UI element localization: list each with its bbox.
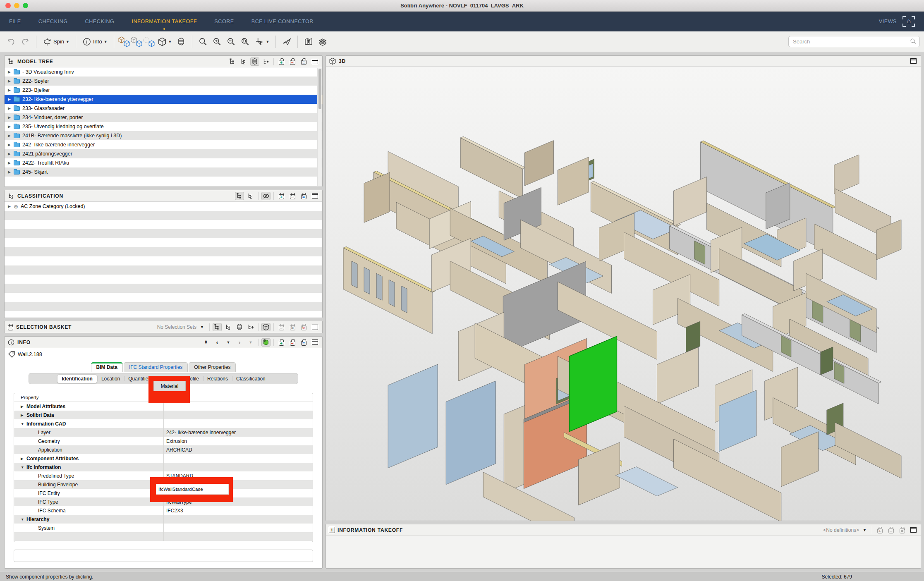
- zoom-out-button[interactable]: [224, 36, 238, 48]
- expand-caret-icon[interactable]: ▶: [8, 204, 13, 208]
- menu-item-checking[interactable]: CHECKING: [85, 19, 115, 24]
- table-row[interactable]: ▼Ifc Information: [14, 463, 313, 471]
- info-basket-add-button[interactable]: +: [277, 338, 286, 347]
- viewer-3d-canvas[interactable]: [326, 67, 921, 521]
- classification-menu-button[interactable]: [310, 192, 319, 200]
- table-row[interactable]: GeometryExtrusion: [14, 437, 313, 445]
- info-forward-history-button[interactable]: ▼: [246, 338, 255, 347]
- classification-basket-set-button[interactable]: =: [299, 192, 308, 200]
- classification-item[interactable]: ▶⊛AC Zone Category (Locked): [5, 202, 322, 211]
- tree-item[interactable]: ▶233- Glassfasader: [5, 104, 322, 113]
- tree-flat-button[interactable]: [239, 57, 248, 66]
- map-view-button[interactable]: [302, 36, 316, 48]
- table-row[interactable]: ▶Solibri Data: [14, 411, 313, 419]
- tree-item[interactable]: ▶235- Utvendig kledning og overflate: [5, 122, 322, 131]
- tree-hierarchy-button[interactable]: [228, 57, 237, 66]
- table-row[interactable]: [14, 532, 313, 541]
- expand-caret-icon[interactable]: ▶: [8, 161, 13, 165]
- subtab-identification[interactable]: Identification: [57, 374, 97, 383]
- basket-show-button[interactable]: [261, 323, 270, 331]
- zoom-fit-button[interactable]: [196, 36, 210, 48]
- selection-sets-dropdown[interactable]: No Selection Sets: [157, 324, 196, 330]
- table-row[interactable]: ▶Model Attributes: [14, 402, 313, 411]
- search-icon[interactable]: [910, 38, 917, 45]
- table-row[interactable]: System: [14, 524, 313, 532]
- basket-tree-button[interactable]: [213, 323, 222, 331]
- expand-caret-icon[interactable]: ▶: [8, 79, 13, 83]
- table-row[interactable]: ApplicationARCHICAD: [14, 445, 313, 454]
- basket-layers-button[interactable]: [235, 323, 244, 331]
- info-back-button[interactable]: ‹: [213, 338, 222, 347]
- menu-item-bcf-live-connector[interactable]: BCF LIVE CONNECTOR: [251, 19, 314, 24]
- classification-basket-remove-button[interactable]: −: [288, 192, 297, 200]
- takeoff-definitions-caret[interactable]: ▼: [863, 528, 867, 532]
- basket-remove-disabled-button[interactable]: −: [277, 323, 286, 331]
- info-basket-remove-button[interactable]: −: [288, 338, 297, 347]
- basket-delete-button[interactable]: ✕: [299, 323, 308, 331]
- info-basket-set-button[interactable]: =: [299, 338, 308, 347]
- info-dropdown-caret[interactable]: ▼: [104, 40, 108, 44]
- expand-caret-icon[interactable]: ▶: [8, 106, 13, 110]
- floor-levels-button[interactable]: [316, 36, 330, 48]
- row-caret-icon[interactable]: ▶: [21, 457, 26, 461]
- classification-basket-add-button[interactable]: +: [277, 192, 286, 200]
- basket-clear-disabled-button[interactable]: =: [288, 323, 297, 331]
- menu-item-score[interactable]: SCORE: [214, 19, 234, 24]
- spin-tool-button[interactable]: Spin ▼: [40, 36, 72, 48]
- annotated-material-tab[interactable]: Material: [153, 381, 186, 391]
- subtab-classification[interactable]: Classification: [232, 375, 270, 383]
- table-row[interactable]: ▼Information CAD: [14, 419, 313, 428]
- info-pick-button[interactable]: [261, 338, 270, 347]
- info-history-button[interactable]: ▼: [224, 338, 233, 347]
- menu-item-information-takeoff[interactable]: INFORMATION TAKEOFF: [132, 19, 197, 24]
- selection-sets-caret[interactable]: ▼: [200, 325, 204, 329]
- info-forward-button[interactable]: ›: [235, 338, 244, 347]
- tab-ifc-standard-properties[interactable]: IFC Standard Properties: [124, 362, 188, 372]
- search-input[interactable]: [788, 36, 920, 47]
- redo-button[interactable]: [18, 36, 32, 48]
- takeoff-menu-button[interactable]: [909, 526, 918, 534]
- tree-item[interactable]: ▶245- Skjørt: [5, 167, 322, 177]
- expand-caret-icon[interactable]: ▶: [8, 115, 13, 120]
- tree-item[interactable]: ▶223- Bjelker: [5, 86, 322, 95]
- view-mode-button[interactable]: ▼: [155, 36, 175, 48]
- tree-item[interactable]: ▶222- Søyler: [5, 77, 322, 86]
- expand-caret-icon[interactable]: ▶: [8, 88, 13, 92]
- zoom-selection-button[interactable]: [238, 36, 252, 48]
- viewer-menu-button[interactable]: [909, 57, 918, 65]
- classification-flat-button[interactable]: [246, 192, 255, 200]
- table-row[interactable]: ▶Component Attributes: [14, 454, 313, 463]
- expand-caret-icon[interactable]: ▶: [8, 143, 13, 147]
- expand-caret-icon[interactable]: ▶: [8, 170, 13, 174]
- basket-flat-button[interactable]: [224, 323, 233, 331]
- tree-item[interactable]: ▶2422- Treullitt RIAku: [5, 158, 322, 167]
- row-caret-icon[interactable]: ▼: [21, 465, 26, 469]
- takeoff-definitions-dropdown[interactable]: <No definitions>: [823, 527, 859, 533]
- view-mode-caret[interactable]: ▼: [168, 40, 172, 44]
- row-caret-icon[interactable]: ▼: [21, 422, 26, 426]
- table-row[interactable]: Layer242- Ikke-bærende innervegger: [14, 428, 313, 437]
- expand-caret-icon[interactable]: ▶: [8, 134, 13, 138]
- classification-tree-button[interactable]: [235, 192, 244, 200]
- takeoff-basket-remove-button[interactable]: −: [886, 526, 895, 534]
- selection-basket-menu-button[interactable]: [310, 323, 319, 331]
- tree-item[interactable]: ▶232- Ikke-bærende yttervegger: [5, 95, 322, 104]
- tree-item[interactable]: ▶- 3D Visualisering Innv: [5, 67, 322, 77]
- basket-set-button[interactable]: =: [299, 57, 308, 66]
- tab-bim-data[interactable]: BIM Data: [91, 362, 123, 372]
- views-menu[interactable]: VIEWS: [879, 19, 897, 24]
- section-box-button[interactable]: [174, 36, 188, 48]
- row-caret-icon[interactable]: ▶: [21, 413, 26, 417]
- tree-pin-button[interactable]: [261, 57, 270, 66]
- menu-item-checking[interactable]: CHECKING: [38, 19, 68, 24]
- expand-caret-icon[interactable]: ▶: [8, 124, 13, 129]
- select-tool-button[interactable]: ▼: [252, 36, 272, 48]
- show-selected-components-button[interactable]: [130, 36, 143, 47]
- tree-item[interactable]: ▶2421 påforingsvegger: [5, 149, 322, 158]
- takeoff-basket-set-button[interactable]: =: [898, 526, 907, 534]
- undo-button[interactable]: [4, 36, 18, 48]
- views-icon[interactable]: [902, 16, 915, 27]
- hide-unselected-components-button[interactable]: [143, 36, 155, 47]
- tree-item[interactable]: ▶241B- Bærende massivtre (ikke synlig i …: [5, 131, 322, 140]
- row-caret-icon[interactable]: ▶: [21, 404, 26, 409]
